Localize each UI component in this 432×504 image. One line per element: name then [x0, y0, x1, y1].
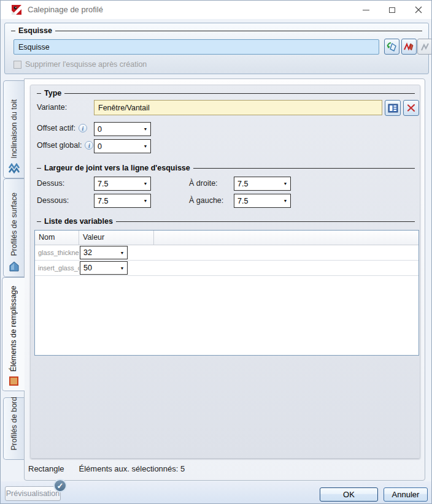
- dessous-label: Dessous:: [37, 196, 69, 205]
- variable-value-combo[interactable]: 50▼: [80, 261, 128, 275]
- minimize-icon: [363, 10, 369, 10]
- variables-table: Nom Valeur glass_thickness 32▼ insert_gl…: [34, 230, 419, 356]
- delete-red-x-icon: [406, 103, 416, 113]
- variante-label: Variante:: [37, 103, 67, 112]
- tab-profiles-de-surface[interactable]: Profilés de surface: [3, 178, 24, 277]
- sketch-curve-icon: [419, 41, 431, 53]
- table-row: insert_glass_dist 50▼: [35, 261, 418, 276]
- variante-field[interactable]: Fenêtre/Vantail: [94, 100, 382, 115]
- variable-value-combo[interactable]: 32▼: [80, 246, 128, 259]
- a-gauche-combo[interactable]: 7.5▼: [234, 194, 291, 208]
- status-selection-count: Éléments aux. sélectionnés: 5: [79, 464, 185, 473]
- dialog-window: Calepinage de profilé Esquisse Esquisse: [0, 0, 432, 504]
- type-group-caption: Type: [37, 89, 415, 97]
- browse-variante-button[interactable]: [385, 100, 401, 116]
- esquisse-group-caption: Esquisse: [11, 26, 422, 35]
- info-icon: i: [85, 141, 93, 150]
- title-bar: Calepinage de profilé: [1, 1, 431, 19]
- edit-sketch-button[interactable]: [401, 39, 417, 55]
- chevron-down-icon: ▼: [141, 127, 150, 131]
- chevron-down-icon: ▼: [280, 199, 290, 203]
- chevron-down-icon: ▼: [117, 266, 127, 270]
- infill-square-icon: [9, 376, 19, 386]
- close-icon: [415, 6, 422, 13]
- maximize-button[interactable]: [379, 1, 406, 19]
- assign-sketch-icon: [386, 41, 398, 53]
- status-shape: Rectangle: [28, 464, 64, 473]
- close-button[interactable]: [405, 1, 431, 19]
- joint-group-caption: Largeur de joint vers la ligne d'esquiss…: [37, 164, 415, 172]
- column-header-valeur: Valeur: [79, 231, 154, 245]
- column-header-nom: Nom: [35, 231, 79, 245]
- roof-incline-icon: [8, 163, 20, 174]
- a-gauche-label: À gauche:: [189, 196, 223, 205]
- offset-global-combo[interactable]: 0▼: [94, 139, 151, 153]
- delete-sketch-checkbox[interactable]: [14, 61, 21, 69]
- offset-actif-label: Offset actif: i: [37, 124, 87, 132]
- browse-table-icon: [388, 104, 398, 113]
- chevron-down-icon: ▼: [141, 144, 150, 148]
- ok-button[interactable]: OK: [320, 487, 378, 502]
- footer-bar: Prévisualisation ✓ OK Annuler: [1, 481, 432, 504]
- tab-elements-de-remplissage[interactable]: Éléments de remplissage: [2, 277, 25, 391]
- status-line: Rectangle Éléments aux. sélectionnés: 5: [28, 464, 185, 473]
- variable-name: insert_glass_dist: [35, 264, 79, 272]
- tab-inclinaison-du-toit[interactable]: Inclinaison du toit: [3, 80, 24, 178]
- offset-global-label: Offset global: i: [37, 141, 93, 150]
- chevron-down-icon: ▼: [141, 199, 150, 203]
- tab-page-elements-de-remplissage: Type Variante: Fenêtre/Vantail: [24, 78, 425, 481]
- table-row: glass_thickness 32▼: [35, 245, 418, 261]
- dessus-label: Dessus:: [37, 179, 64, 188]
- esquisse-input[interactable]: Esquisse: [14, 39, 379, 55]
- settings-panel: Type Variante: Fenêtre/Vantail: [30, 85, 420, 459]
- a-droite-label: À droite:: [189, 179, 218, 188]
- chevron-down-icon: ▼: [141, 181, 150, 186]
- dessous-combo[interactable]: 7.5▼: [94, 194, 151, 208]
- chevron-down-icon: ▼: [117, 251, 127, 255]
- cancel-button[interactable]: Annuler: [384, 487, 428, 502]
- app-icon: [12, 5, 21, 15]
- sketch-curve-button-disabled[interactable]: [417, 39, 432, 55]
- info-icon: i: [79, 124, 87, 132]
- variable-name: glass_thickness: [35, 249, 79, 256]
- minimize-button[interactable]: [353, 1, 379, 19]
- variables-group-caption: Liste des variables: [37, 217, 415, 226]
- assign-sketch-button[interactable]: [384, 39, 399, 55]
- variables-table-header: Nom Valeur: [35, 231, 418, 245]
- column-header-empty: [154, 231, 418, 245]
- delete-sketch-checkbox-row: Supprimer l'esquisse après création: [14, 60, 147, 69]
- preview-button[interactable]: Prévisualisation: [5, 486, 61, 501]
- clear-variante-button[interactable]: [403, 100, 419, 116]
- surface-profile-icon: [8, 261, 20, 272]
- a-droite-combo[interactable]: 7.5▼: [234, 177, 291, 191]
- edit-sketch-icon: [403, 41, 415, 53]
- delete-sketch-checkbox-label: Supprimer l'esquisse après création: [25, 60, 147, 69]
- dessus-combo[interactable]: 7.5▼: [94, 177, 151, 191]
- offset-actif-combo[interactable]: 0▼: [94, 122, 151, 136]
- tab-profiles-de-bord[interactable]: Profilés de bord: [3, 397, 24, 460]
- chevron-down-icon: ▼: [280, 181, 290, 186]
- preview-check-badge-icon: ✓: [53, 479, 67, 492]
- window-title: Calepinage de profilé: [28, 5, 103, 14]
- esquisse-group: Esquisse Esquisse Supprimer l'esquisse a…: [4, 23, 429, 74]
- maximize-icon: [389, 7, 395, 13]
